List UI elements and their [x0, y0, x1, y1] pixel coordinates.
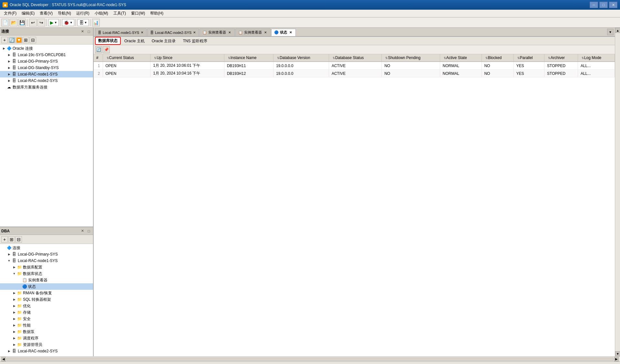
data-table-container[interactable]: #⇅Current Status⇅Up Since⇅Instance Name⇅… — [94, 54, 615, 356]
tab-localracnodesys[interactable]: 🗄Local-RAC-node1-SYS✕ — [95, 28, 147, 36]
tree-expand-icon[interactable]: ▶ — [12, 310, 17, 315]
tree-expand-icon[interactable] — [17, 284, 22, 289]
tree-expand-icon[interactable]: ▶ — [12, 342, 17, 347]
th-row-num[interactable]: # — [94, 54, 103, 62]
collapse-button[interactable]: ⊟ — [30, 37, 36, 43]
debug-combo[interactable]: 🐞 ▼ — [62, 19, 74, 26]
table-row[interactable]: 2OPEN1月 20, 2024 10:04:16 下午DB193H1219.0… — [94, 70, 615, 77]
conn-tree-item[interactable]: ▶🗄Local-RAC-node2-SYS — [0, 77, 93, 84]
dba-tree-item[interactable]: ▼📁数据库状态 — [0, 270, 93, 277]
th-shutdown-pending[interactable]: ⇅Shutdown Pending — [382, 54, 440, 62]
tab-close-button[interactable]: ✕ — [263, 30, 268, 35]
dba-collapse-button[interactable]: ⊟ — [16, 236, 22, 243]
tree-expand-icon[interactable]: ▶ — [12, 265, 17, 270]
tree-expand-icon[interactable]: ▶ — [12, 290, 17, 296]
dba-tree-item[interactable]: ▶📁RMAN 备份/恢复 — [0, 290, 93, 296]
tree-expand-icon[interactable] — [1, 85, 6, 90]
dba-tree-item[interactable]: ▶📁优化 — [0, 303, 93, 309]
close-button[interactable]: ✕ — [609, 2, 617, 8]
menu-item-r[interactable]: 运行(R) — [74, 10, 92, 17]
th-instance-name[interactable]: ⇅Instance Name — [224, 54, 273, 62]
dba-tree-item[interactable]: ▼🗄Local-RAC-node1-SYS — [0, 258, 93, 264]
open-file-button[interactable]: 📂 — [10, 19, 17, 26]
dba-tree-item[interactable]: ▶📁资源管理员 — [0, 341, 93, 348]
filter-button[interactable]: 🔽 — [16, 37, 22, 43]
tree-expand-icon[interactable]: ▼ — [12, 271, 17, 276]
tree-expand-icon[interactable]: ▶ — [6, 78, 12, 83]
add-connection-button[interactable]: + — [1, 37, 8, 43]
sub-tab-[interactable]: 数据库状态 — [95, 37, 121, 45]
dba-tree-item[interactable]: ▶📁数据泵 — [0, 329, 93, 335]
tree-expand-icon[interactable]: ▶ — [6, 72, 12, 77]
dba-tree-item[interactable]: ▶📁调度程序 — [0, 335, 93, 341]
tree-expand-icon[interactable] — [17, 278, 22, 283]
tree-expand-icon[interactable]: ▶ — [6, 65, 12, 70]
tree-expand-icon[interactable]: ▶ — [12, 329, 17, 334]
tree-expand-icon[interactable] — [1, 245, 6, 250]
tree-expand-icon[interactable]: ▶ — [12, 316, 17, 321]
tab-localracnodesys[interactable]: 🗄Local-RAC-node2-SYS✕ — [147, 28, 199, 36]
new-file-button[interactable]: 📄 — [1, 19, 9, 26]
tree-expand-icon[interactable]: ▶ — [1, 46, 6, 51]
tree-expand-icon[interactable]: ▶ — [6, 252, 12, 257]
sub-tab-oracle[interactable]: Oracle 主机 — [121, 37, 148, 45]
th-blocked[interactable]: ⇅Blocked — [481, 54, 513, 62]
tab-overflow-button[interactable]: ▼ — [607, 29, 614, 35]
dba-expand-button[interactable]: ⊞ — [8, 236, 15, 243]
undo-button[interactable]: ↩ — [29, 19, 37, 26]
tree-expand-icon[interactable]: ▶ — [12, 336, 17, 341]
menu-item-v[interactable]: 查看(V) — [37, 10, 55, 17]
tree-expand-icon[interactable]: ▶ — [6, 59, 12, 64]
tab-close-button[interactable]: ✕ — [227, 30, 232, 35]
tree-expand-icon[interactable]: ▶ — [12, 297, 17, 302]
tree-expand-icon[interactable]: ▶ — [12, 323, 17, 328]
vertical-scrollbar[interactable]: ▲ ▼ — [615, 28, 620, 356]
dba-restore-button[interactable]: □ — [86, 228, 92, 234]
table-row[interactable]: 1OPEN1月 20, 2024 10:06:01 下午DB193H1119.0… — [94, 62, 615, 70]
minimize-button[interactable]: ─ — [590, 2, 598, 8]
refresh-action-button[interactable]: 🔄 — [95, 46, 102, 53]
tree-expand-icon[interactable]: ▶ — [6, 349, 12, 354]
th-active-state[interactable]: ⇅Active State — [440, 54, 481, 62]
db-combo[interactable]: 🗄 ▼ — [78, 19, 89, 26]
menu-item-t[interactable]: 工具(T) — [111, 10, 129, 17]
dba-tree-item[interactable]: ▶📁SQL 转换器框架 — [0, 296, 93, 303]
dba-tree-item[interactable]: ▶📁数据库配置 — [0, 264, 93, 270]
sub-tab-tns[interactable]: TNS 监听程序 — [179, 37, 211, 45]
scroll-down-button[interactable]: ▼ — [615, 351, 620, 356]
menu-item-w[interactable]: 窗口(W) — [129, 10, 148, 17]
sub-tab-oracle[interactable]: Oracle 主目录 — [148, 37, 180, 45]
panel-restore-button[interactable]: □ — [86, 29, 92, 35]
th-current-status[interactable]: ⇅Current Status — [103, 54, 150, 62]
conn-tree-item[interactable]: ▶🗄Local-DG-Primary-SYS — [0, 58, 93, 65]
dba-tree-item[interactable]: 📋实例查看器 — [0, 277, 93, 283]
menu-item-m[interactable]: 小组(M) — [92, 10, 111, 17]
conn-tree-item[interactable]: ▶🗄Local-DG-Standby-SYS — [0, 65, 93, 71]
tab-close-button[interactable]: ✕ — [288, 30, 293, 35]
th-database-version[interactable]: ⇅Database Version — [273, 54, 329, 62]
maximize-button[interactable]: □ — [599, 2, 608, 8]
dba-tree-item[interactable]: ▶📁存储 — [0, 309, 93, 316]
scroll-right-button[interactable]: ▶ — [614, 357, 619, 361]
dba-tree-item[interactable]: ▶📁性能 — [0, 322, 93, 329]
scroll-up-button[interactable]: ▲ — [615, 28, 620, 33]
scroll-left-button[interactable]: ◀ — [1, 357, 6, 361]
horizontal-scrollbar[interactable]: ◀ ▶ — [0, 356, 620, 361]
tab-[interactable]: 📋实例查看器✕ — [200, 28, 235, 36]
dba-tree-item[interactable]: ▶📁安全 — [0, 316, 93, 322]
conn-tree-item[interactable]: ▶🗄Local-RAC-node1-SYS — [0, 71, 93, 77]
tab-[interactable]: 📋实例查看器✕ — [235, 28, 271, 36]
conn-tree-item[interactable]: ▶🔷Oracle 连接 — [0, 45, 93, 52]
menu-item-n[interactable]: 导航(N) — [55, 10, 74, 17]
th-database-status[interactable]: ⇅Database Status — [329, 54, 382, 62]
th-parallel[interactable]: ⇅Parallel — [513, 54, 544, 62]
run-combo[interactable]: ▶ ▼ — [48, 19, 59, 26]
th-log-mode[interactable]: ⇅Log Mode — [578, 54, 615, 62]
menu-item-f[interactable]: 文件(F) — [1, 10, 19, 17]
th-archiver[interactable]: ⇅Archiver — [544, 54, 578, 62]
dba-add-button[interactable]: + — [1, 236, 8, 243]
tab-close-button[interactable]: ✕ — [140, 30, 144, 35]
menu-item-e[interactable]: 编辑(E) — [19, 10, 37, 17]
pin-action-button[interactable]: 📌 — [103, 46, 110, 53]
tree-expand-icon[interactable]: ▶ — [12, 303, 17, 308]
